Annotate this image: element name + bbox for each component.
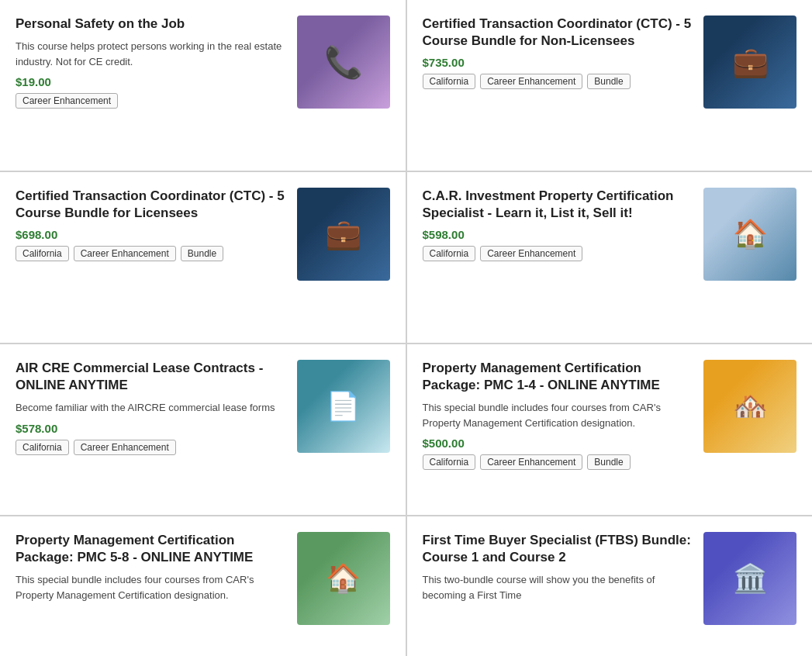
tag-california[interactable]: California (16, 246, 69, 261)
card-image: 🏠 (703, 188, 796, 281)
tag-career-enhancement[interactable]: Career Enhancement (74, 246, 176, 261)
tag-career-enhancement[interactable]: Career Enhancement (480, 74, 582, 89)
card-tags: CaliforniaCareer EnhancementBundle (16, 246, 288, 261)
tag-california[interactable]: California (16, 440, 69, 455)
card-description: This special bundle includes four course… (423, 400, 695, 430)
card-tags: CaliforniaCareer Enhancement (423, 246, 695, 261)
card-image: 🏘️ (703, 360, 796, 453)
course-card-ftbs[interactable]: First Time Buyer Specialist (FTBS) Bundl… (407, 516, 813, 656)
card-price: $500.00 (423, 437, 695, 450)
card-inner: First Time Buyer Specialist (FTBS) Bundl… (423, 532, 797, 625)
course-card-pmc-1-4[interactable]: Property Management Certification Packag… (407, 344, 813, 515)
tag-career-enhancement[interactable]: Career Enhancement (480, 246, 582, 261)
course-card-ctc-non-licensees[interactable]: Certified Transaction Coordinator (CTC) … (407, 0, 813, 171)
card-price: $698.00 (16, 228, 288, 241)
card-inner: Personal Safety on the JobThis course he… (16, 16, 390, 109)
course-card-pmc-5-8[interactable]: Property Management Certification Packag… (0, 516, 406, 656)
card-inner: C.A.R. Investment Property Certification… (423, 188, 797, 281)
card-image: 🏠 (297, 532, 390, 625)
card-inner: AIR CRE Commercial Lease Contracts - ONL… (16, 360, 390, 455)
card-tags: CaliforniaCareer EnhancementBundle (423, 454, 695, 470)
tag-california[interactable]: California (423, 246, 476, 261)
card-title[interactable]: Property Management Certification Packag… (16, 532, 288, 566)
card-image: 💼 (703, 16, 796, 109)
card-price: $19.00 (16, 75, 288, 88)
card-price: $578.00 (16, 422, 288, 435)
course-image-placeholder: 🏛️ (703, 532, 796, 625)
tag-california[interactable]: California (423, 454, 476, 470)
card-inner: Certified Transaction Coordinator (CTC) … (16, 188, 390, 281)
card-title[interactable]: First Time Buyer Specialist (FTBS) Bundl… (423, 532, 695, 566)
card-image: 🏛️ (703, 532, 796, 625)
card-description: Become familiar with the AIRCRE commerci… (16, 400, 288, 416)
card-price: $598.00 (423, 228, 695, 241)
course-image-placeholder: 🏘️ (703, 360, 796, 453)
tag-career-enhancement[interactable]: Career Enhancement (16, 93, 118, 109)
card-title[interactable]: Certified Transaction Coordinator (CTC) … (423, 16, 695, 50)
course-card-aircre[interactable]: AIR CRE Commercial Lease Contracts - ONL… (0, 344, 406, 515)
course-image-placeholder: 📞 (297, 16, 390, 109)
card-inner: Property Management Certification Packag… (423, 360, 797, 470)
course-card-personal-safety[interactable]: Personal Safety on the JobThis course he… (0, 0, 406, 171)
card-title[interactable]: C.A.R. Investment Property Certification… (423, 188, 695, 222)
course-card-ctc-licensees[interactable]: Certified Transaction Coordinator (CTC) … (0, 172, 406, 343)
card-title[interactable]: AIR CRE Commercial Lease Contracts - ONL… (16, 360, 288, 394)
card-title[interactable]: Certified Transaction Coordinator (CTC) … (16, 188, 288, 222)
course-grid: Personal Safety on the JobThis course he… (0, 0, 812, 656)
card-image: 📞 (297, 16, 390, 109)
card-title[interactable]: Personal Safety on the Job (16, 16, 288, 33)
course-image-placeholder: 🏠 (703, 188, 796, 281)
card-description: This course helps protect persons workin… (16, 39, 288, 69)
card-image: 📄 (297, 360, 390, 453)
tag-career-enhancement[interactable]: Career Enhancement (480, 454, 582, 470)
tag-career-enhancement[interactable]: Career Enhancement (74, 440, 176, 455)
card-tags: Career Enhancement (16, 93, 288, 109)
course-card-car-investment[interactable]: C.A.R. Investment Property Certification… (407, 172, 813, 343)
card-inner: Property Management Certification Packag… (16, 532, 390, 625)
card-description: This special bundle includes four course… (16, 572, 288, 602)
tag-bundle[interactable]: Bundle (181, 246, 223, 261)
card-price: $735.00 (423, 56, 695, 69)
tag-california[interactable]: California (423, 74, 476, 89)
course-image-placeholder: 💼 (703, 16, 796, 109)
course-image-placeholder: 📄 (297, 360, 390, 453)
card-description: This two-bundle course will show you the… (423, 572, 695, 602)
card-tags: CaliforniaCareer EnhancementBundle (423, 74, 695, 89)
tag-bundle[interactable]: Bundle (587, 454, 630, 470)
card-title[interactable]: Property Management Certification Packag… (423, 360, 695, 394)
card-inner: Certified Transaction Coordinator (CTC) … (423, 16, 797, 109)
course-image-placeholder: 💼 (297, 188, 390, 281)
card-tags: CaliforniaCareer Enhancement (16, 440, 288, 455)
course-image-placeholder: 🏠 (297, 532, 390, 625)
tag-bundle[interactable]: Bundle (587, 74, 630, 89)
card-image: 💼 (297, 188, 390, 281)
